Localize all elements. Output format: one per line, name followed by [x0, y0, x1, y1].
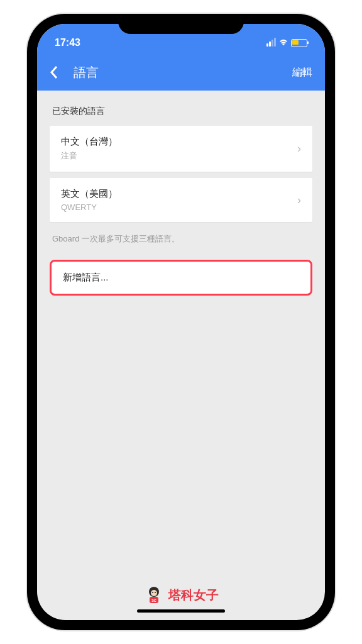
svg-point-2: [152, 592, 153, 593]
add-language-button[interactable]: 新增語言...: [50, 260, 312, 296]
language-item-english[interactable]: 英文（美國） QWERTY ›: [50, 178, 312, 222]
watermark: 3C 塔科女子: [143, 584, 219, 606]
hint-text: Gboard 一次最多可支援三種語言。: [52, 233, 312, 245]
language-info: 中文（台灣） 注音: [61, 136, 297, 162]
section-header: 已安裝的語言: [50, 106, 312, 117]
watermark-text: 塔科女子: [168, 587, 219, 604]
back-button[interactable]: [50, 65, 58, 79]
language-layout: QWERTY: [61, 203, 297, 212]
screen: 17:43 語言 編輯: [37, 24, 325, 620]
svg-point-3: [155, 592, 156, 593]
watermark-avatar-icon: 3C: [143, 584, 165, 606]
language-name: 英文（美國）: [61, 188, 297, 200]
chevron-right-icon: ›: [297, 142, 301, 155]
status-indicators: [266, 38, 307, 47]
content-area: 已安裝的語言 中文（台灣） 注音 › 英文（美國） QWERTY › Gboar…: [37, 91, 325, 311]
chevron-right-icon: ›: [297, 194, 301, 207]
svg-text:3C: 3C: [151, 599, 156, 602]
bottom-area: 3C 塔科女子: [37, 584, 325, 613]
nav-bar: 語言 編輯: [37, 54, 325, 91]
cellular-signal-icon: [266, 39, 276, 47]
edit-button[interactable]: 編輯: [292, 66, 312, 79]
language-item-chinese[interactable]: 中文（台灣） 注音 ›: [50, 126, 312, 172]
page-title: 語言: [74, 64, 292, 81]
svg-point-1: [151, 590, 157, 596]
status-time: 17:43: [55, 37, 80, 48]
notch: [118, 14, 244, 34]
battery-icon: [291, 39, 307, 47]
chevron-left-icon: [50, 65, 58, 79]
wifi-icon: [278, 38, 288, 47]
add-language-label: 新增語言...: [63, 272, 109, 282]
phone-frame: 17:43 語言 編輯: [27, 14, 335, 630]
language-layout: 注音: [61, 150, 297, 162]
language-name: 中文（台灣）: [61, 136, 297, 148]
language-info: 英文（美國） QWERTY: [61, 188, 297, 212]
home-indicator[interactable]: [137, 609, 225, 613]
